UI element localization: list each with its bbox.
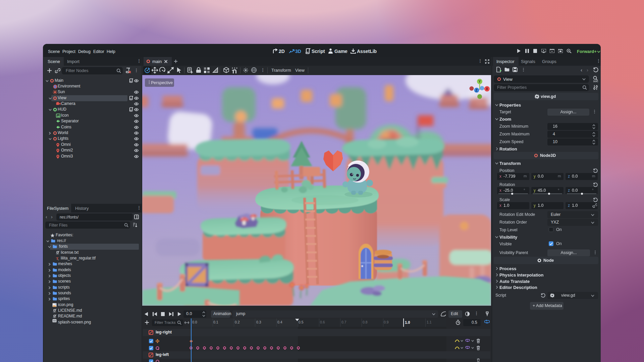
svg-text:TXT: TXT	[53, 317, 56, 319]
svg-text:r: r	[58, 258, 59, 261]
svg-text:Y: Y	[479, 80, 481, 83]
svg-text:Z: Z	[476, 88, 478, 92]
svg-text:X: X	[486, 87, 488, 91]
svg-text:TXT: TXT	[53, 311, 56, 313]
svg-text:DOC: DOC	[593, 80, 598, 82]
svg-text:TXT: TXT	[56, 253, 59, 255]
